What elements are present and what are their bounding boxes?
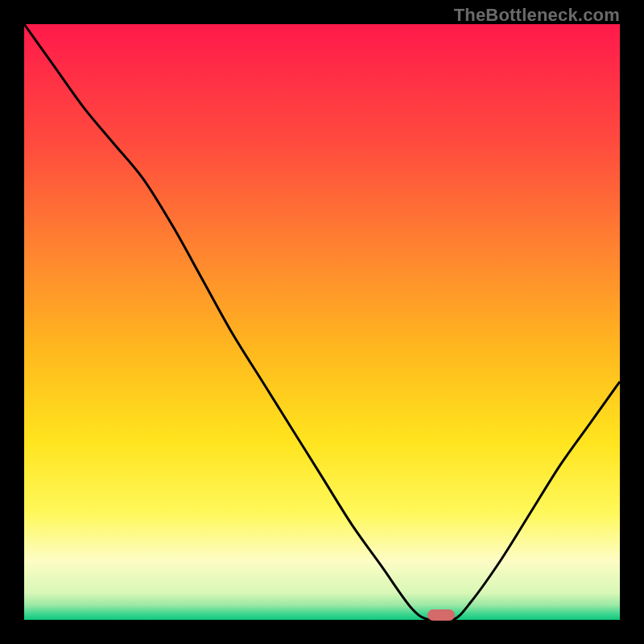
bottleneck-chart <box>24 24 620 620</box>
optimal-point-marker <box>427 609 455 621</box>
gradient-background <box>24 24 620 620</box>
chart-frame: { "watermark": "TheBottleneck.com", "col… <box>0 0 644 644</box>
watermark-text: TheBottleneck.com <box>454 5 620 26</box>
